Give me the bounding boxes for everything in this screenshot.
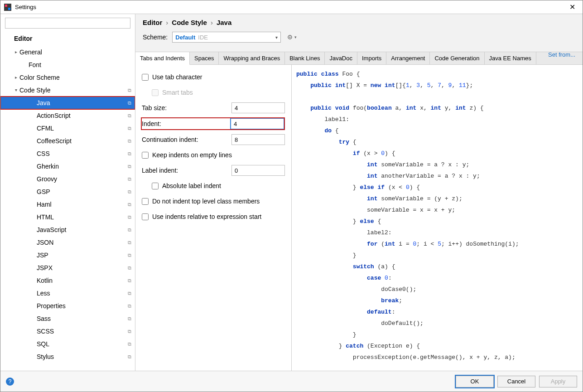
copy-icon: ⧉ xyxy=(128,162,131,171)
copy-icon: ⧉ xyxy=(128,251,131,260)
label-indent-input[interactable] xyxy=(231,165,285,176)
sidebar-item-stylus[interactable]: Stylus⧉ xyxy=(0,350,135,363)
use-tab-checkbox[interactable]: Use tab character xyxy=(142,73,202,81)
titlebar: Settings ✕ xyxy=(0,0,583,14)
sidebar-item-java[interactable]: Java⧉ xyxy=(0,97,135,109)
sidebar-item-less[interactable]: Less⧉ xyxy=(0,287,135,300)
set-from-link[interactable]: Set from... xyxy=(548,51,575,58)
copy-icon: ⧉ xyxy=(128,111,131,120)
breadcrumb-0: Editor xyxy=(143,19,162,26)
sidebar-item-properties[interactable]: Properties⧉ xyxy=(0,300,135,312)
sidebar-item-sass[interactable]: Sass⧉ xyxy=(0,312,135,325)
scheme-label: Scheme: xyxy=(143,34,168,41)
tab-javadoc[interactable]: JavaDoc xyxy=(325,52,357,64)
sidebar-item-actionscript[interactable]: ActionScript⧉ xyxy=(0,109,135,122)
sidebar-item-general[interactable]: ▸General xyxy=(0,46,135,58)
copy-icon: ⧉ xyxy=(128,149,131,158)
abs-label-checkbox[interactable]: Absolute label indent xyxy=(152,182,221,189)
chevron-right-icon: ▸ xyxy=(12,73,19,82)
copy-icon: ⧉ xyxy=(128,124,131,133)
tab-imports[interactable]: Imports xyxy=(357,52,386,64)
code-preview: public class Foo { public int[] X = new … xyxy=(291,65,583,371)
tab-blank-lines[interactable]: Blank Lines xyxy=(285,52,325,64)
sidebar-item-kotlin[interactable]: Kotlin⧉ xyxy=(0,274,135,287)
tab-wrapping-and-braces[interactable]: Wrapping and Braces xyxy=(219,52,285,64)
sidebar-item-label: CSS xyxy=(37,149,126,158)
sidebar-item-label: General xyxy=(19,48,131,57)
indent-input[interactable] xyxy=(231,118,284,129)
copy-icon: ⧉ xyxy=(128,276,131,285)
scheme-suffix: IDE xyxy=(198,34,208,41)
copy-icon: ⧉ xyxy=(128,225,131,234)
sidebar-item-gsp[interactable]: GSP⧉ xyxy=(0,185,135,198)
sidebar-item-groovy[interactable]: Groovy⧉ xyxy=(0,173,135,185)
apply-button[interactable]: Apply xyxy=(539,376,577,387)
sidebar-item-label: Font xyxy=(29,60,131,69)
app-icon xyxy=(4,4,11,11)
keep-empty-checkbox[interactable]: Keep indents on empty lines xyxy=(142,151,232,159)
smart-tabs-checkbox: Smart tabs xyxy=(152,89,193,96)
ok-button[interactable]: OK xyxy=(456,376,494,387)
sidebar-item-jspx[interactable]: JSPX⧉ xyxy=(0,261,135,274)
help-icon[interactable]: ? xyxy=(6,377,14,386)
copy-icon: ⧉ xyxy=(128,174,131,184)
copy-icon: ⧉ xyxy=(128,327,131,336)
close-icon[interactable]: ✕ xyxy=(566,3,579,11)
sidebar-item-css[interactable]: CSS⧉ xyxy=(0,147,135,160)
sidebar-item-label: ActionScript xyxy=(37,111,126,120)
breadcrumb: Editor › Code Style › Java xyxy=(143,19,575,26)
no-top-indent-checkbox[interactable]: Do not indent top level class members xyxy=(142,198,260,205)
tab-arrangement[interactable]: Arrangement xyxy=(386,52,430,64)
sidebar-item-code-style[interactable]: ▾Code Style⧉ xyxy=(0,84,135,97)
sidebar-item-sql[interactable]: SQL⧉ xyxy=(0,338,135,350)
sidebar-item-jsp[interactable]: JSP⧉ xyxy=(0,249,135,261)
sidebar-item-coffeescript[interactable]: CoffeeScript⧉ xyxy=(0,135,135,147)
chevron-right-icon: › xyxy=(166,19,168,26)
settings-tree: Editor ▸GeneralFont▸Color Scheme▾Code St… xyxy=(0,31,135,371)
sidebar-item-label: JSPX xyxy=(37,263,126,272)
svg-rect-1 xyxy=(5,5,7,7)
sidebar-item-label: CoffeeScript xyxy=(37,136,126,145)
tab-size-label: Tab size: xyxy=(142,104,231,111)
sidebar-item-label: Code Style xyxy=(19,86,126,95)
form-panel: Use tab character Smart tabs Tab size: I… xyxy=(135,65,291,371)
tree-heading-editor: Editor xyxy=(0,33,135,46)
sidebar-item-javascript[interactable]: JavaScript⧉ xyxy=(0,223,135,236)
copy-icon: ⧉ xyxy=(128,86,131,95)
sidebar-item-html[interactable]: HTML⧉ xyxy=(0,211,135,223)
chevron-down-icon: ▾ xyxy=(294,35,297,39)
chevron-down-icon: ▾ xyxy=(12,86,19,95)
sidebar-item-haml[interactable]: Haml⧉ xyxy=(0,198,135,211)
tab-tabs-and-indents[interactable]: Tabs and Indents xyxy=(135,52,190,65)
tab-code-generation[interactable]: Code Generation xyxy=(430,52,484,64)
copy-icon: ⧉ xyxy=(128,136,131,145)
cancel-button[interactable]: Cancel xyxy=(497,376,535,387)
sidebar-item-font[interactable]: Font xyxy=(0,58,135,71)
sidebar-item-scss[interactable]: SCSS⧉ xyxy=(0,325,135,338)
sidebar-item-json[interactable]: JSON⧉ xyxy=(0,236,135,249)
scheme-select[interactable]: Default IDE ▾ xyxy=(172,32,281,43)
copy-icon: ⧉ xyxy=(128,314,131,323)
copy-icon: ⧉ xyxy=(128,200,131,209)
gear-icon[interactable]: ▾ xyxy=(286,34,297,41)
tab-java-ee-names[interactable]: Java EE Names xyxy=(485,52,536,64)
content: Editor › Code Style › Java Scheme: Defau… xyxy=(135,14,583,371)
sidebar-item-label: Sass xyxy=(37,314,126,323)
cont-indent-input[interactable] xyxy=(231,134,285,145)
sidebar-item-label: Haml xyxy=(37,200,126,209)
search-input[interactable] xyxy=(5,18,130,29)
main: 🔍 Editor ▸GeneralFont▸Color Scheme▾Code … xyxy=(0,14,583,371)
tab-spaces[interactable]: Spaces xyxy=(190,52,219,64)
sidebar-item-label: Properties xyxy=(37,301,126,310)
svg-point-4 xyxy=(289,37,291,38)
copy-icon: ⧉ xyxy=(128,289,131,298)
sidebar-item-cfml[interactable]: CFML⧉ xyxy=(0,122,135,135)
tab-size-input[interactable] xyxy=(231,102,285,113)
copy-icon: ⧉ xyxy=(128,301,131,310)
rel-expr-checkbox[interactable]: Use indents relative to expression start xyxy=(142,213,261,220)
copy-icon: ⧉ xyxy=(128,339,131,348)
window-title: Settings xyxy=(15,4,566,10)
sidebar-item-gherkin[interactable]: Gherkin⧉ xyxy=(0,160,135,173)
breadcrumb-1: Code Style xyxy=(172,19,207,26)
sidebar-item-color-scheme[interactable]: ▸Color Scheme xyxy=(0,71,135,84)
